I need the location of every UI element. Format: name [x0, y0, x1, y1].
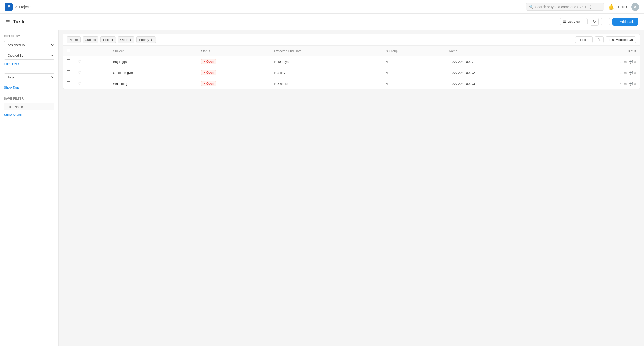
- status-chip-arrow: ⇕: [129, 38, 132, 42]
- project-filter-chip[interactable]: Project: [100, 36, 116, 43]
- page-title: Task: [13, 18, 25, 25]
- table-area: Name Subject Project Open ⇕ Priority ⇕ ⊟…: [59, 30, 644, 346]
- header-actions: ☰ List View ⇕ ↻ ··· + Add Task: [560, 18, 638, 26]
- show-tags-link[interactable]: Show Tags: [4, 86, 54, 90]
- comment-icon[interactable]: 💬 0: [629, 71, 636, 74]
- row-meta-cell: – 30 m 💬 0: [552, 67, 640, 78]
- row-checkbox-cell: [63, 67, 74, 78]
- status-filter-chip[interactable]: Open ⇕: [118, 36, 134, 43]
- row-end-date-cell: in 5 hours: [270, 78, 382, 89]
- row-heart-cell: ♡: [74, 67, 109, 78]
- row-subject-cell[interactable]: Write blog: [109, 78, 197, 89]
- refresh-button[interactable]: ↻: [590, 18, 598, 26]
- row-status-cell: Open: [197, 67, 270, 78]
- row-meta-cell: – 48 m 💬 0: [552, 78, 640, 89]
- priority-chip-arrow: ⇕: [150, 38, 153, 42]
- status-chip-label: Open: [120, 38, 128, 42]
- comment-icon[interactable]: 💬 0: [629, 82, 636, 86]
- filter-name-input[interactable]: [4, 103, 54, 110]
- th-is-group: Is Group: [382, 46, 445, 56]
- time-value: – 30 m: [616, 71, 627, 74]
- row-subject-cell[interactable]: Go to the gym: [109, 67, 197, 78]
- search-icon: 🔍: [529, 5, 533, 9]
- th-subject: Subject: [109, 46, 197, 56]
- list-view-button[interactable]: ☰ List View ⇕: [560, 18, 588, 25]
- nav-right: 🔍 Search or type a command (Ctrl + G) 🔔 …: [526, 3, 639, 11]
- tasks-table: Subject Status Expected End Date Is Grou…: [63, 46, 640, 89]
- top-navigation: E > Projects 🔍 Search or type a command …: [0, 0, 644, 14]
- row-checkbox-1[interactable]: [67, 70, 70, 74]
- search-bar[interactable]: 🔍 Search or type a command (Ctrl + G): [526, 3, 604, 10]
- breadcrumb-separator: >: [15, 5, 17, 9]
- status-badge: Open: [201, 81, 216, 86]
- divider2: [4, 94, 54, 94]
- row-subject-cell[interactable]: Buy Eggs: [109, 56, 197, 67]
- add-task-button[interactable]: + Add Task: [612, 18, 638, 26]
- notification-button[interactable]: 🔔: [608, 4, 614, 10]
- filter-button[interactable]: ⊟ Filter: [575, 36, 593, 43]
- th-name: Name: [445, 46, 552, 56]
- th-status: Status: [197, 46, 270, 56]
- row-name-cell: TASK-2021-00002: [445, 67, 552, 78]
- more-button[interactable]: ···: [601, 18, 610, 25]
- heart-icon[interactable]: ♡: [78, 70, 81, 74]
- row-checkbox-cell: [63, 56, 74, 67]
- avatar[interactable]: A: [631, 3, 639, 11]
- sort-icon: ⇅: [598, 38, 600, 42]
- heart-icon[interactable]: ♡: [78, 60, 81, 64]
- page: ☰ Task ☰ List View ⇕ ↻ ··· + Add Task Fi…: [0, 14, 644, 346]
- row-checkbox-0[interactable]: [67, 60, 70, 63]
- status-dot: [204, 72, 205, 73]
- row-heart-cell: ♡: [74, 78, 109, 89]
- th-checkbox: [63, 46, 74, 56]
- filter-bar: Name Subject Project Open ⇕ Priority ⇕ ⊟…: [63, 34, 640, 46]
- priority-filter-chip[interactable]: Priority ⇕: [136, 36, 156, 43]
- row-checkbox-cell: [63, 78, 74, 89]
- assigned-to-filter[interactable]: Assigned To: [4, 41, 54, 49]
- table-container: Name Subject Project Open ⇕ Priority ⇕ ⊟…: [62, 34, 640, 89]
- menu-icon[interactable]: ☰: [6, 19, 10, 24]
- table-row: ♡ Write blog Open in 5 hours No TASK-202…: [63, 78, 640, 89]
- status-label: Open: [206, 60, 214, 63]
- subject-filter-chip[interactable]: Subject: [82, 36, 98, 43]
- list-view-label: List View: [568, 20, 580, 24]
- edit-filters-link[interactable]: Edit Filters: [4, 62, 54, 66]
- filter-by-label: Filter By: [4, 35, 54, 38]
- status-dot: [204, 61, 205, 62]
- show-saved-link[interactable]: Show Saved: [4, 113, 54, 116]
- name-filter-chip[interactable]: Name: [67, 36, 80, 43]
- filter-label: Filter: [582, 38, 590, 42]
- row-is-group-cell: No: [382, 56, 445, 67]
- last-modified-button[interactable]: Last Modified On: [606, 36, 636, 43]
- nav-left: E > Projects: [5, 3, 31, 11]
- row-checkbox-2[interactable]: [67, 81, 70, 85]
- list-view-icon: ☰: [563, 20, 566, 24]
- th-expected-end-date: Expected End Date: [270, 46, 382, 56]
- row-is-group-cell: No: [382, 78, 445, 89]
- th-heart: [74, 46, 109, 56]
- table-row: ♡ Go to the gym Open in a day No TASK-20…: [63, 67, 640, 78]
- list-view-chevron-icon: ⇕: [582, 20, 584, 24]
- page-title-area: ☰ Task: [6, 18, 25, 25]
- row-end-date-cell: in 10 days: [270, 56, 382, 67]
- row-is-group-cell: No: [382, 67, 445, 78]
- row-status-cell: Open: [197, 78, 270, 89]
- sidebar: Filter By Assigned To Created By Edit Fi…: [0, 30, 59, 346]
- status-label: Open: [206, 82, 214, 85]
- app-icon[interactable]: E: [5, 3, 13, 11]
- task-subject: Go to the gym: [113, 71, 133, 74]
- filter-icon: ⊟: [578, 38, 581, 42]
- created-by-filter[interactable]: Created By: [4, 52, 54, 60]
- heart-icon[interactable]: ♡: [78, 82, 81, 86]
- priority-chip-label: Priority: [139, 38, 149, 42]
- row-meta-cell: – 30 m 💬 0: [552, 56, 640, 67]
- comment-icon[interactable]: 💬 0: [629, 60, 636, 64]
- th-row-count: 3 of 3: [552, 46, 640, 56]
- status-label: Open: [206, 71, 214, 74]
- select-all-checkbox[interactable]: [67, 49, 70, 52]
- table-row: ♡ Buy Eggs Open in 10 days No TASK-2021-…: [63, 56, 640, 67]
- tags-filter[interactable]: Tags: [4, 73, 54, 81]
- breadcrumb[interactable]: Projects: [19, 5, 31, 9]
- sort-button[interactable]: ⇅: [595, 36, 604, 43]
- help-button[interactable]: Help ▾: [618, 5, 628, 8]
